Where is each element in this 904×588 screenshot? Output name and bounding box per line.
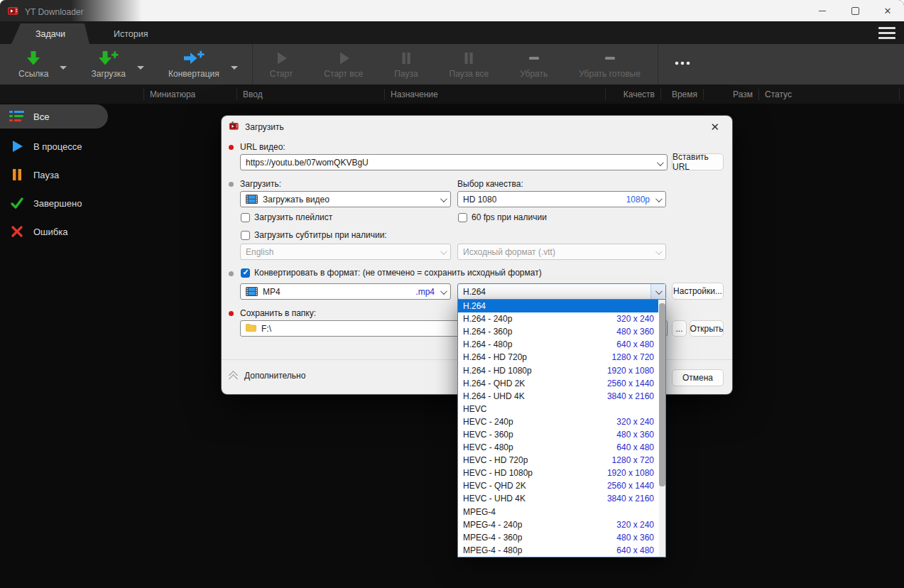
column-header[interactable]: Время bbox=[660, 89, 703, 100]
column-header[interactable]: Назначение bbox=[384, 89, 605, 100]
section-bullet bbox=[229, 182, 234, 187]
codec-option-HEVC - HD 720p[interactable]: HEVC - HD 720p 1280 x 720 bbox=[458, 454, 658, 467]
double-chevron-up-icon bbox=[229, 371, 239, 380]
app-tv-icon bbox=[7, 5, 19, 18]
maximize-button[interactable] bbox=[839, 0, 871, 21]
subtitles-checkbox[interactable]: Загрузить субтитры при наличии: bbox=[241, 230, 387, 240]
codec-option-HEVC - 480p[interactable]: HEVC - 480p 640 x 480 bbox=[458, 441, 658, 454]
url-label: URL видео: bbox=[240, 142, 285, 152]
toolbar-button-remove[interactable]: Убрать bbox=[504, 44, 563, 85]
sidebar-item-in-progress[interactable]: В процессе bbox=[0, 132, 142, 160]
dropdown-scrollbar-thumb[interactable] bbox=[659, 303, 665, 486]
toolbar-separator bbox=[252, 44, 253, 85]
film-icon bbox=[246, 287, 258, 296]
codec-option-H.264 - HD 1080p[interactable]: H.264 - HD 1080p 1920 x 1080 bbox=[458, 364, 658, 376]
tab-tasks[interactable]: Задачи bbox=[11, 23, 89, 44]
codec-dropdown-list: H.264 H.264 - 240p 320 x 240 H.264 - 360… bbox=[457, 299, 666, 557]
codec-option-HEVC - HD 1080p[interactable]: HEVC - HD 1080p 1920 x 1080 bbox=[458, 467, 658, 479]
fps-checkbox[interactable]: 60 fps при наличии bbox=[458, 212, 547, 222]
codec-option-H.264 - 360p[interactable]: H.264 - 360p 480 x 360 bbox=[458, 325, 658, 338]
folder-icon bbox=[246, 323, 256, 334]
minimize-button[interactable] bbox=[806, 0, 839, 21]
checkbox[interactable] bbox=[458, 213, 467, 222]
toolbar-button-pause-all[interactable]: Пауза все bbox=[434, 44, 505, 85]
column-header[interactable]: Ввод bbox=[236, 89, 384, 100]
close-button[interactable]: ✕ bbox=[871, 0, 904, 21]
codec-option-H.264 - UHD 4K[interactable]: H.264 - UHD 4K 3840 x 2160 bbox=[458, 390, 658, 403]
toolbar-button-start-all[interactable]: Старт все bbox=[308, 44, 379, 85]
column-header[interactable]: Разм bbox=[703, 89, 758, 100]
tab-history[interactable]: История bbox=[89, 23, 172, 44]
minus-icon bbox=[526, 50, 542, 67]
app-window: YT Downloader ✕ Задачи История Ссылка За bbox=[0, 0, 904, 588]
codec-option-HEVC - QHD 2K[interactable]: HEVC - QHD 2K 2560 x 1440 bbox=[458, 479, 658, 492]
sidebar-item-completed[interactable]: Завершено bbox=[0, 189, 142, 217]
convert-checkbox[interactable]: Конвертировать в формат: (не отмечено = … bbox=[241, 268, 542, 278]
dropdown-caret-icon[interactable] bbox=[231, 66, 238, 70]
folder-label: Сохранить в папку: bbox=[240, 308, 316, 318]
green-down-arrow-icon bbox=[24, 50, 43, 67]
toolbar-button-pause[interactable]: Пауза bbox=[379, 44, 433, 85]
advanced-toggle[interactable]: Дополнительно bbox=[229, 371, 305, 381]
codec-select[interactable]: H.264 bbox=[457, 283, 666, 300]
codec-option-H.264 - QHD 2K[interactable]: H.264 - QHD 2K 2560 x 1440 bbox=[458, 377, 658, 390]
dropdown-caret-icon[interactable] bbox=[60, 66, 67, 70]
column-header[interactable]: Миниатюра bbox=[143, 89, 236, 100]
toolbar-button-convert[interactable]: Конвертация bbox=[157, 44, 231, 85]
subtitle-format-select: Исходный формат (.vtt) bbox=[457, 244, 666, 260]
checkbox[interactable] bbox=[241, 231, 250, 240]
film-icon bbox=[246, 195, 258, 204]
chevron-down-icon bbox=[655, 248, 663, 255]
section-bullet bbox=[229, 271, 234, 276]
codec-option-HEVC - 240p[interactable]: HEVC - 240p 320 x 240 bbox=[458, 415, 658, 428]
codec-option-MPEG-4 - 480p[interactable]: MPEG-4 - 480p 640 x 480 bbox=[458, 544, 658, 557]
tab-bar: Задачи История bbox=[0, 21, 904, 44]
browse-button[interactable]: ... bbox=[672, 320, 687, 337]
open-folder-button[interactable]: Открыть bbox=[690, 320, 724, 337]
codec-option-MPEG-4 - 360p[interactable]: MPEG-4 - 360p 480 x 360 bbox=[458, 531, 658, 544]
playlist-checkbox[interactable]: Загрузить плейлист bbox=[241, 212, 332, 222]
codec-option-H.264 - HD 720p[interactable]: H.264 - HD 720p 1280 x 720 bbox=[458, 351, 658, 364]
cancel-button[interactable]: Отмена bbox=[672, 369, 724, 386]
checkbox[interactable] bbox=[241, 213, 250, 222]
checkbox[interactable] bbox=[241, 268, 250, 278]
chevron-down-icon bbox=[655, 195, 663, 202]
dropdown-caret-icon[interactable] bbox=[137, 66, 144, 70]
codec-option-HEVC[interactable]: HEVC bbox=[458, 403, 658, 415]
dialog-close-icon[interactable]: ✕ bbox=[707, 119, 722, 135]
maximize-icon bbox=[851, 7, 859, 15]
toolbar-button-download[interactable]: Загрузка bbox=[80, 44, 137, 85]
play-blue-icon bbox=[9, 139, 25, 153]
settings-button[interactable]: Настройки... bbox=[672, 283, 724, 300]
toolbar-button-start[interactable]: Старт bbox=[254, 44, 309, 85]
paste-url-button[interactable]: Вставить URL bbox=[672, 153, 724, 170]
codec-option-MPEG-4[interactable]: MPEG-4 bbox=[458, 506, 658, 518]
url-input[interactable] bbox=[246, 158, 662, 168]
codec-option-HEVC - 360p[interactable]: HEVC - 360p 480 x 360 bbox=[458, 428, 658, 441]
pause-icon bbox=[461, 50, 476, 67]
column-header[interactable]: Статус bbox=[758, 89, 900, 100]
toolbar-button-more[interactable] bbox=[660, 44, 705, 85]
container-format-select[interactable]: MP4 .mp4 bbox=[240, 283, 451, 300]
codec-option-HEVC - UHD 4K[interactable]: HEVC - UHD 4K 3840 x 2160 bbox=[458, 492, 658, 505]
download-type-select[interactable]: Загружать видео bbox=[240, 191, 451, 207]
codec-option-H.264 - 240p[interactable]: H.264 - 240p 320 x 240 bbox=[458, 312, 658, 325]
toolbar-button-remove-completed[interactable]: Убрать готовые bbox=[563, 44, 656, 85]
sidebar-item-paused[interactable]: Пауза bbox=[0, 160, 142, 189]
container-extension: .mp4 bbox=[415, 287, 435, 297]
quality-select[interactable]: HD 1080 1080p bbox=[457, 191, 666, 207]
green-down-arrow-plus-icon bbox=[97, 50, 119, 67]
codec-option-H.264 - 480p[interactable]: H.264 - 480p 640 x 480 bbox=[458, 338, 658, 351]
toolbar-button-link[interactable]: Ссылка bbox=[7, 44, 60, 85]
pause-icon bbox=[398, 50, 414, 67]
required-bullet bbox=[229, 145, 234, 150]
window-title: YT Downloader bbox=[25, 7, 84, 17]
codec-option-MPEG-4 - 240p[interactable]: MPEG-4 - 240p 320 x 240 bbox=[458, 518, 658, 531]
menu-icon[interactable] bbox=[878, 26, 895, 40]
sidebar-item-all[interactable]: Все bbox=[0, 104, 108, 129]
subtitle-language-select: English bbox=[240, 244, 451, 260]
column-header[interactable]: Качеств bbox=[605, 89, 660, 100]
codec-option-H.264[interactable]: H.264 bbox=[458, 300, 658, 312]
sidebar-item-error[interactable]: Ошибка bbox=[0, 217, 142, 246]
dots-icon bbox=[671, 55, 694, 72]
